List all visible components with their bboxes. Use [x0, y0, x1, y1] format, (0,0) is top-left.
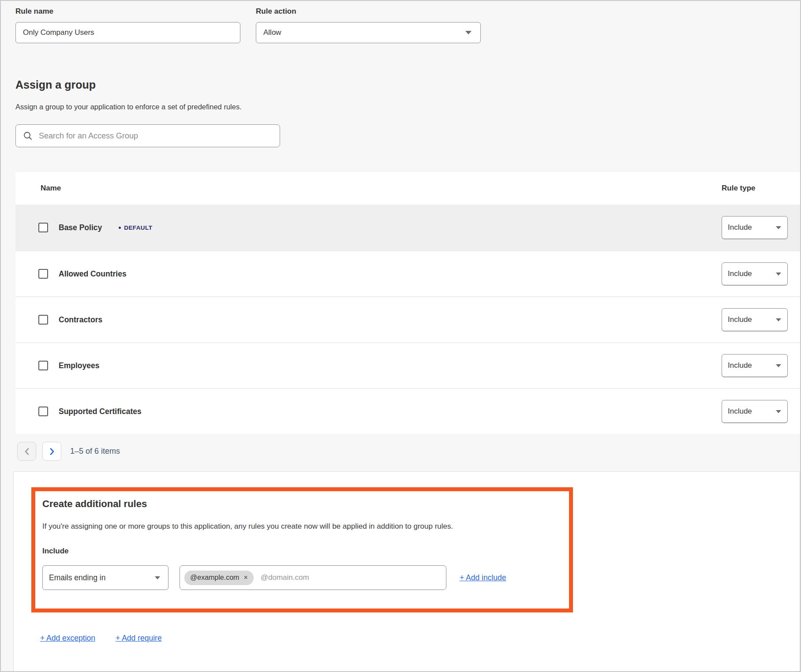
- add-exception-link[interactable]: + Add exception: [40, 634, 95, 643]
- chevron-down-icon: [776, 226, 781, 229]
- rule-form: Rule name Rule action Allow: [15, 7, 800, 43]
- table-row: Employees Include: [15, 342, 800, 388]
- row-checkbox[interactable]: [38, 315, 48, 325]
- table-row: Contractors Include: [15, 296, 800, 342]
- remove-tag-icon[interactable]: ×: [243, 574, 247, 581]
- chevron-right-icon: [49, 448, 55, 455]
- email-domain-input[interactable]: [261, 573, 442, 582]
- rule-name-label: Rule name: [15, 7, 240, 16]
- assign-group-description: Assign a group to your application to en…: [15, 103, 800, 111]
- row-label-area: Supported Certificates: [15, 407, 722, 416]
- rule-name-input[interactable]: [15, 22, 240, 43]
- rule-type-select[interactable]: Include: [722, 400, 788, 423]
- badge-dot-icon: [119, 227, 121, 229]
- name-column-header: Name: [15, 184, 722, 193]
- row-checkbox[interactable]: [38, 269, 48, 279]
- rule-type-value: Include: [728, 315, 752, 324]
- tag-label: @example.com: [190, 574, 239, 582]
- row-checkbox[interactable]: [38, 223, 48, 232]
- next-page-button[interactable]: [42, 442, 61, 461]
- row-label-area: Base Policy DEFAULT: [15, 223, 722, 232]
- rule-action-select[interactable]: Allow: [256, 22, 481, 43]
- add-require-link[interactable]: + Add require: [116, 634, 162, 643]
- additional-rules-card: Create additional rules If you're assign…: [13, 471, 800, 672]
- additional-rules-description: If you're assigning one or more groups t…: [42, 522, 556, 531]
- rule-type-value: Include: [728, 223, 752, 232]
- row-label-area: Contractors: [15, 315, 722, 325]
- row-rule-type-area: Include: [722, 354, 800, 377]
- group-name: Base Policy: [59, 223, 102, 232]
- rule-type-value: Include: [728, 407, 752, 416]
- rule-action-links: + Add exception + Add require: [40, 634, 800, 643]
- row-rule-type-area: Include: [722, 262, 800, 285]
- chevron-down-icon: [776, 273, 781, 276]
- assign-group-heading: Assign a group: [15, 78, 800, 91]
- row-checkbox[interactable]: [38, 407, 48, 416]
- rule-type-column-header: Rule type: [722, 184, 800, 193]
- rule-type-value: Include: [728, 361, 752, 370]
- rule-type-select[interactable]: Include: [722, 262, 788, 285]
- rule-selector-select[interactable]: Emails ending in: [42, 565, 168, 590]
- rule-action-value: Allow: [263, 28, 281, 37]
- email-domain-tag: @example.com ×: [184, 571, 254, 585]
- rule-name-field-group: Rule name: [15, 7, 240, 43]
- row-checkbox[interactable]: [38, 361, 48, 370]
- table-row: Allowed Countries Include: [15, 250, 800, 296]
- rule-type-value: Include: [728, 269, 752, 278]
- row-rule-type-area: Include: [722, 308, 800, 331]
- include-label: Include: [42, 547, 556, 556]
- table-row: Base Policy DEFAULT Include: [15, 205, 800, 250]
- rule-type-select[interactable]: Include: [722, 308, 788, 331]
- group-name: Allowed Countries: [59, 269, 127, 279]
- pagination: 1–5 of 6 items: [17, 442, 800, 461]
- access-rule-page: Rule name Rule action Allow Assign a gro…: [0, 0, 801, 672]
- add-include-link[interactable]: + Add include: [460, 573, 506, 582]
- access-groups-table: Name Rule type Base Policy DEFAULT Inclu…: [15, 171, 800, 434]
- default-badge: DEFAULT: [119, 224, 152, 231]
- rule-type-select[interactable]: Include: [722, 354, 788, 377]
- group-name: Employees: [59, 361, 99, 370]
- group-name: Contractors: [59, 315, 102, 325]
- badge-label: DEFAULT: [124, 224, 152, 231]
- chevron-down-icon: [776, 318, 781, 321]
- row-label-area: Employees: [15, 361, 722, 370]
- row-label-area: Allowed Countries: [15, 269, 722, 279]
- include-rule-controls: Emails ending in @example.com × + Add in…: [42, 565, 556, 590]
- table-header: Name Rule type: [15, 172, 800, 205]
- previous-page-button[interactable]: [17, 442, 36, 461]
- search-icon: [23, 131, 33, 141]
- row-rule-type-area: Include: [722, 216, 800, 239]
- highlight-outline: Create additional rules If you're assign…: [31, 487, 573, 612]
- table-row: Supported Certificates Include: [15, 388, 800, 434]
- additional-rules-heading: Create additional rules: [42, 498, 556, 510]
- chevron-down-icon: [465, 31, 472, 34]
- chevron-down-icon: [776, 364, 781, 367]
- rule-type-select[interactable]: Include: [722, 216, 788, 239]
- search-input[interactable]: [39, 131, 273, 141]
- group-name: Supported Certificates: [59, 407, 142, 416]
- email-domain-field[interactable]: @example.com ×: [180, 565, 446, 590]
- chevron-down-icon: [776, 410, 781, 413]
- access-group-search[interactable]: [15, 124, 280, 147]
- rule-action-field-group: Rule action Allow: [256, 7, 481, 43]
- chevron-left-icon: [24, 448, 30, 455]
- row-rule-type-area: Include: [722, 400, 800, 423]
- chevron-down-icon: [155, 576, 160, 579]
- rule-selector-value: Emails ending in: [49, 573, 105, 582]
- rule-action-label: Rule action: [256, 7, 481, 16]
- pagination-status: 1–5 of 6 items: [70, 447, 120, 456]
